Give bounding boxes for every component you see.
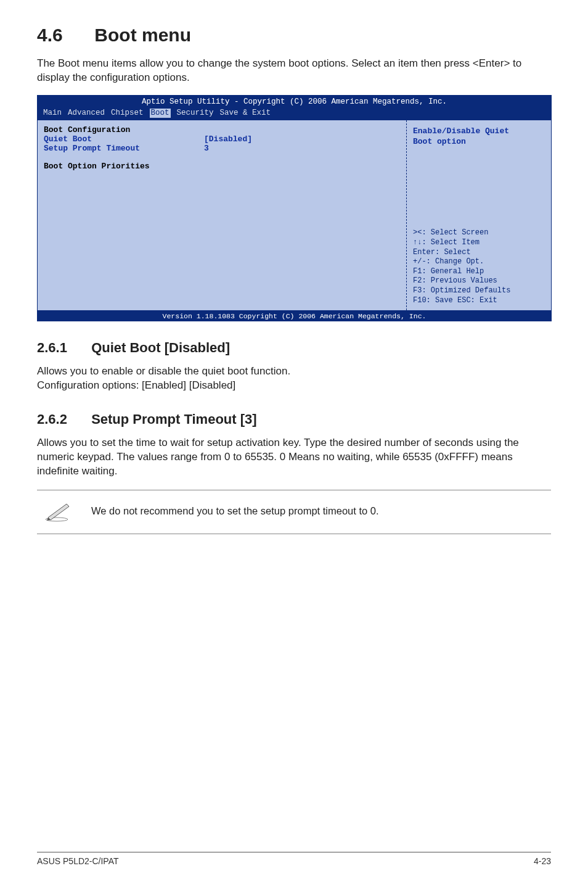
- bios-item-timeout-value: 3: [204, 144, 209, 153]
- bios-footer: Version 1.18.1083 Copyright (C) 2006 Ame…: [37, 311, 552, 321]
- bios-menu-advanced: Advanced: [68, 109, 105, 118]
- bios-key-1: ↑↓: Select Item: [413, 238, 545, 248]
- bios-key-3: +/-: Change Opt.: [413, 257, 545, 267]
- note-block: We do not recommend you to set the setup…: [37, 490, 551, 534]
- bios-menu-bar: Main Advanced Chipset Boot Security Save…: [43, 109, 545, 118]
- bios-body: Boot Configuration Quiet Boot [Disabled]…: [37, 120, 552, 311]
- section-heading: 4.6 Boot menu: [37, 25, 551, 46]
- bios-key-6: F3: Optimized Defaults: [413, 286, 545, 296]
- subsection-2-text: Allows you to set the time to wait for s…: [37, 436, 551, 479]
- bios-key-0: ><: Select Screen: [413, 228, 545, 238]
- bios-hint-line2: Boot option: [413, 137, 545, 146]
- bios-key-4: F1: General Help: [413, 267, 545, 277]
- bios-key-7: F10: Save ESC: Exit: [413, 296, 545, 306]
- subsection-1-heading: 2.6.1 Quiet Boot [Disabled]: [37, 340, 551, 356]
- bios-item-quiet-boot-value: [Disabled]: [204, 134, 252, 144]
- bios-menu-main: Main: [43, 109, 62, 118]
- pen-icon: [43, 500, 74, 522]
- bios-menu-save-exit: Save & Exit: [220, 109, 271, 118]
- bios-top-line: Aptio Setup Utility - Copyright (C) 2006…: [43, 97, 545, 107]
- section-title: Boot menu: [94, 25, 191, 45]
- bios-menu-security: Security: [177, 109, 214, 118]
- subsection-1-number: 2.6.1: [37, 340, 88, 356]
- page-footer: ASUS P5LD2-C/IPAT 4-23: [37, 852, 551, 866]
- footer-left: ASUS P5LD2-C/IPAT: [37, 856, 119, 866]
- note-text: We do not recommend you to set the setup…: [91, 505, 379, 517]
- bios-key-5: F2: Previous Values: [413, 276, 545, 286]
- section-number: 4.6: [37, 25, 89, 46]
- subsection-2-title: Setup Prompt Timeout [3]: [91, 411, 257, 427]
- bios-key-help: ><: Select Screen ↑↓: Select Item Enter:…: [413, 228, 545, 305]
- bios-menu-boot: Boot: [150, 109, 171, 118]
- bios-left-pane: Boot Configuration Quiet Boot [Disabled]…: [38, 120, 406, 310]
- bios-screenshot: Aptio Setup Utility - Copyright (C) 2006…: [37, 95, 552, 321]
- bios-hint-line1: Enable/Disable Quiet: [413, 126, 545, 136]
- bios-menu-chipset: Chipset: [111, 109, 144, 118]
- bios-item-timeout-label: Setup Prompt Timeout: [44, 144, 204, 153]
- subsection-2-number: 2.6.2: [37, 411, 88, 427]
- footer-right: 4-23: [534, 856, 551, 866]
- bios-key-2: Enter: Select: [413, 248, 545, 258]
- subsection-1-text: Allows you to enable or disable the quie…: [37, 365, 551, 393]
- subsection-2-heading: 2.6.2 Setup Prompt Timeout [3]: [37, 411, 551, 427]
- bios-heading-boot-priorities: Boot Option Priorities: [44, 162, 400, 171]
- bios-heading-boot-config: Boot Configuration: [44, 125, 400, 134]
- bios-item-quiet-boot-label: Quiet Boot: [44, 134, 204, 144]
- intro-paragraph: The Boot menu items allow you to change …: [37, 57, 551, 85]
- bios-right-pane: Enable/Disable Quiet Boot option ><: Sel…: [406, 120, 551, 310]
- bios-header: Aptio Setup Utility - Copyright (C) 2006…: [37, 95, 552, 120]
- subsection-1-title: Quiet Boot [Disabled]: [91, 340, 230, 355]
